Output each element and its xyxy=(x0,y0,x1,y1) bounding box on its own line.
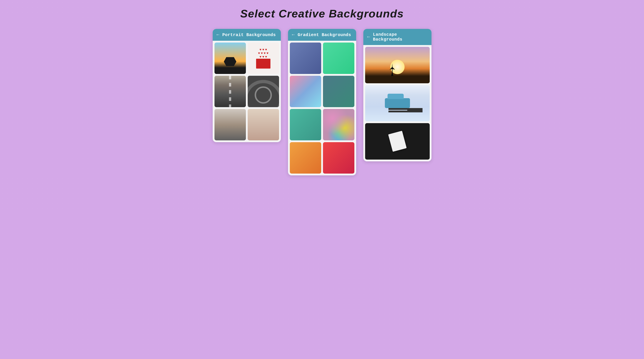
gradient-thumb-6[interactable] xyxy=(323,109,354,140)
gradient-thumb-1[interactable] xyxy=(290,43,321,74)
landscape-panel-title: Landscape Backgrounds xyxy=(373,32,428,42)
portrait-panel-title: Portrait Backgrounds xyxy=(222,33,276,37)
portrait-thumb-2[interactable]: ♥ ♥ ♥♥ ♥ ♥ ♥♥ ♥ ♥ xyxy=(248,43,279,74)
gradient-thumb-7[interactable] xyxy=(290,142,321,174)
landscape-back-button[interactable]: ← xyxy=(367,34,370,40)
portrait-thumb-5[interactable] xyxy=(214,109,246,140)
red-box xyxy=(256,59,270,69)
panels-container: ← Portrait Backgrounds ♥ ♥ ♥♥ ♥ ♥ ♥♥ ♥ ♥ xyxy=(196,29,448,175)
landscape-panel-header: ← Landscape Backgrounds xyxy=(363,29,432,45)
portrait-panel: ← Portrait Backgrounds ♥ ♥ ♥♥ ♥ ♥ ♥♥ ♥ ♥ xyxy=(213,29,281,142)
portrait-back-button[interactable]: ← xyxy=(217,32,220,38)
landscape-thumb-2[interactable] xyxy=(365,85,430,122)
gradient-panel-title: Gradient Backgrounds xyxy=(298,33,351,37)
portrait-thumb-4[interactable] xyxy=(248,76,279,107)
landscape-thumb-1[interactable] xyxy=(365,47,430,83)
portrait-panel-header: ← Portrait Backgrounds xyxy=(213,29,281,41)
hearts-icon: ♥ ♥ ♥♥ ♥ ♥ ♥♥ ♥ ♥ xyxy=(258,48,268,59)
portrait-thumb-3[interactable] xyxy=(214,76,246,107)
landscape-panel-content xyxy=(363,45,432,161)
gradient-thumb-2[interactable] xyxy=(323,43,354,74)
page-title: Select Creative Backgrounds xyxy=(240,7,404,20)
portrait-thumb-1[interactable] xyxy=(214,43,246,74)
gradient-back-button[interactable]: ← xyxy=(292,32,295,38)
gradient-thumb-4[interactable] xyxy=(323,76,354,107)
landscape-thumb-3[interactable] xyxy=(365,123,430,160)
landscape-panel: ← Landscape Backgrounds xyxy=(363,29,432,161)
notebook-icon xyxy=(388,131,406,152)
gradient-thumb-8[interactable] xyxy=(323,142,354,174)
gradient-thumb-5[interactable] xyxy=(290,109,321,140)
gradient-panel-content xyxy=(288,41,356,175)
portrait-panel-content: ♥ ♥ ♥♥ ♥ ♥ ♥♥ ♥ ♥ xyxy=(213,41,281,142)
gradient-thumb-3[interactable] xyxy=(290,76,321,107)
gradient-panel: ← Gradient Backgrounds xyxy=(288,29,356,175)
portrait-thumb-6[interactable] xyxy=(248,109,279,140)
gradient-panel-header: ← Gradient Backgrounds xyxy=(288,29,356,41)
car-icon xyxy=(385,98,410,108)
